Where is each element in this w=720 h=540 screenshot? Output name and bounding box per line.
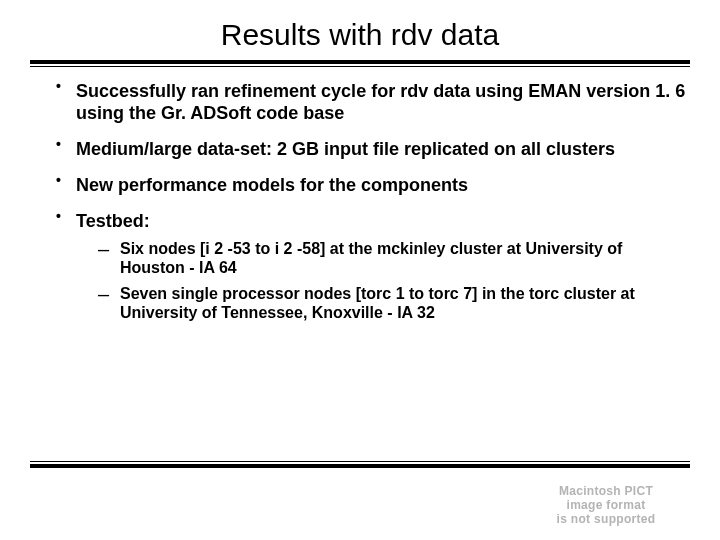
slide-title: Results with rdv data bbox=[30, 18, 690, 52]
footer-rules bbox=[30, 461, 690, 468]
bullet-list: Successfully ran refinement cycle for rd… bbox=[30, 81, 690, 323]
footer-rule-thin bbox=[30, 461, 690, 462]
slide: Results with rdv data Successfully ran r… bbox=[0, 0, 720, 540]
bullet-text: Testbed: bbox=[76, 211, 150, 231]
pict-line: image format bbox=[536, 498, 676, 512]
sub-bullet-item: Six nodes [i 2 -53 to i 2 -58] at the mc… bbox=[98, 239, 690, 278]
pict-line: is not supported bbox=[536, 512, 676, 526]
bullet-item: Successfully ran refinement cycle for rd… bbox=[56, 81, 690, 125]
bullet-item: New performance models for the component… bbox=[56, 175, 690, 197]
pict-line: Macintosh PICT bbox=[536, 484, 676, 498]
sub-bullet-list: Six nodes [i 2 -53 to i 2 -58] at the mc… bbox=[76, 239, 690, 323]
bullet-item: Testbed: Six nodes [i 2 -53 to i 2 -58] … bbox=[56, 211, 690, 323]
bullet-item: Medium/large data-set: 2 GB input file r… bbox=[56, 139, 690, 161]
footer-rule-thick bbox=[30, 464, 690, 468]
pict-placeholder: Macintosh PICT image format is not suppo… bbox=[536, 484, 676, 526]
title-rule-thick bbox=[30, 60, 690, 64]
sub-bullet-item: Seven single processor nodes [torc 1 to … bbox=[98, 284, 690, 323]
title-rule-thin bbox=[30, 66, 690, 67]
